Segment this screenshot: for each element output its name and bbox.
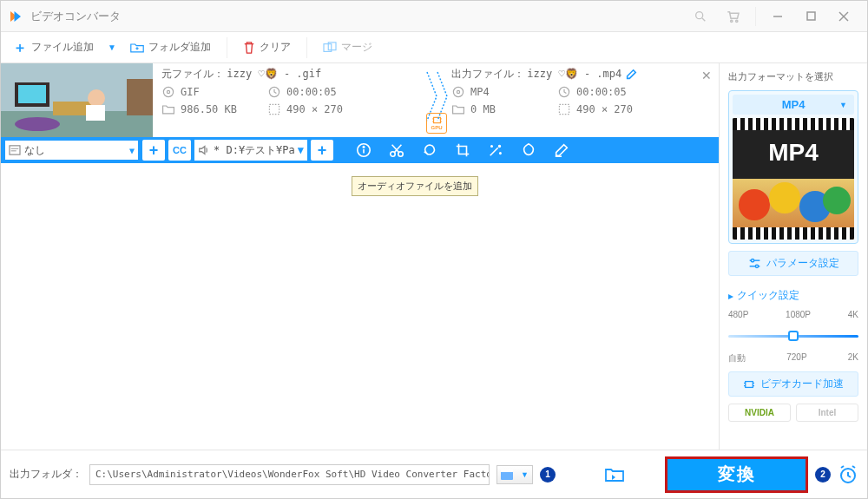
plus-icon: ＋ — [13, 41, 27, 55]
source-format: GIF — [181, 86, 200, 98]
output-column: 出力ファイル： izzy ♡🦁 - .mp4 MP4 00:00:05 0 MB… — [451, 67, 712, 135]
intel-badge: Intel — [796, 404, 858, 422]
edit-pen-icon[interactable] — [554, 142, 569, 158]
gpu-accel-button[interactable]: ビデオカード加速 — [728, 371, 858, 397]
svg-point-2 — [731, 20, 733, 22]
source-filename: izzy ♡🦁 - .gif — [227, 68, 321, 80]
output-size: 0 MB — [470, 103, 496, 115]
search-icon[interactable] — [684, 1, 717, 32]
format-card[interactable]: MP4 ▼ MP4 — [728, 90, 858, 244]
main-toolbar: ＋ ファイル追加 ▼ フォルダ追加 クリア マージ — [1, 32, 867, 63]
source-dimensions: 490 × 270 — [286, 103, 343, 115]
watermark-icon[interactable] — [521, 142, 536, 158]
nvidia-badge: NVIDIA — [728, 404, 791, 422]
crop-icon[interactable] — [455, 142, 470, 158]
gpu-accel-label: ビデオカード加速 — [760, 377, 844, 391]
close-button[interactable] — [827, 1, 860, 32]
parameter-settings-button[interactable]: パラメータ設定 — [728, 251, 858, 276]
svg-point-51 — [823, 187, 851, 214]
media-item: 元ファイル： izzy ♡🦁 - .gif GIF 00:00:05 986.5… — [1, 63, 719, 163]
cc-button[interactable]: CC — [168, 140, 191, 161]
output-duration: 00:00:05 — [576, 86, 627, 98]
edit-icon[interactable] — [625, 69, 637, 81]
sliders-icon — [748, 258, 761, 269]
remove-item-button[interactable]: ✕ — [701, 69, 712, 82]
add-audio-tooltip: オーディオファイルを追加 — [352, 176, 478, 196]
callout-2: 2 — [815, 467, 831, 483]
svg-point-18 — [88, 89, 105, 107]
convert-label: 変換 — [718, 463, 756, 486]
format-big-label: MP4 — [733, 139, 854, 167]
quick-set-heading: ▸クイック設定 — [728, 288, 858, 303]
svg-line-63 — [852, 466, 855, 468]
main-area: 元ファイル： izzy ♡🦁 - .gif GIF 00:00:05 986.5… — [1, 63, 867, 450]
svg-point-0 — [696, 11, 703, 18]
window-title: ビデオコンバータ — [30, 9, 121, 24]
chip-icon — [743, 379, 755, 390]
format-preview: MP4 — [733, 118, 854, 240]
thumbnail[interactable] — [1, 63, 153, 137]
svg-point-54 — [751, 259, 753, 262]
add-folder-button[interactable]: フォルダ追加 — [125, 36, 216, 58]
dimensions-icon — [267, 102, 281, 116]
svg-point-49 — [769, 182, 800, 213]
add-subtitle-button[interactable]: + — [142, 140, 165, 161]
merge-label: マージ — [341, 40, 372, 55]
audio-value: * D:¥テスト¥Pack — [214, 143, 294, 158]
add-audio-button[interactable]: + — [311, 140, 333, 161]
item-toolbar: なし ▼ + CC * D:¥テスト¥Pack ▼ + — [1, 137, 719, 163]
bottom-bar: 出力フォルダ： C:\Users\Administrator\Videos\Wo… — [1, 450, 867, 498]
quick-set-slider[interactable]: 480P1080P4K 自動720P2K — [728, 310, 858, 364]
output-format-title: 出力フォーマットを選択 — [728, 70, 858, 83]
add-file-chevron-icon[interactable]: ▼ — [104, 43, 120, 52]
output-folder-dropdown[interactable]: ▼ — [496, 465, 533, 484]
add-file-button[interactable]: ＋ ファイル追加 — [8, 36, 99, 58]
alarm-icon[interactable] — [838, 464, 858, 485]
svg-rect-33 — [559, 104, 569, 114]
clear-button[interactable]: クリア — [238, 36, 296, 58]
cart-icon[interactable] — [717, 1, 750, 32]
gpu-label: GPU — [431, 125, 442, 130]
svg-rect-19 — [86, 105, 105, 121]
folder-icon — [161, 102, 175, 116]
info-icon[interactable] — [356, 142, 372, 158]
slider-knob[interactable] — [788, 331, 799, 341]
svg-point-46 — [500, 153, 501, 154]
svg-rect-34 — [10, 146, 20, 154]
effects-icon[interactable] — [488, 142, 503, 158]
content-pane: 元ファイル： izzy ♡🦁 - .gif GIF 00:00:05 986.5… — [1, 63, 720, 450]
minimize-button[interactable] — [761, 1, 794, 32]
open-folder-icon[interactable] — [604, 466, 625, 483]
svg-rect-14 — [127, 79, 153, 115]
format-select[interactable]: MP4 ▼ — [733, 95, 854, 115]
edit-tool-strip — [342, 142, 583, 158]
maximize-button[interactable] — [794, 1, 827, 32]
svg-point-20 — [15, 117, 60, 131]
clock-icon — [267, 85, 281, 99]
add-folder-label: フォルダ追加 — [148, 40, 211, 55]
scale-bottom-labels: 自動720P2K — [728, 352, 858, 364]
output-folder-field[interactable]: C:\Users\Administrator\Videos\WonderFox … — [89, 464, 490, 485]
rotate-icon[interactable] — [422, 142, 437, 158]
svg-rect-24 — [269, 104, 279, 114]
disc-icon — [451, 85, 465, 99]
merge-button: マージ — [318, 36, 378, 58]
clock-icon — [557, 85, 571, 99]
svg-line-1 — [702, 18, 705, 21]
svg-point-31 — [457, 90, 459, 93]
conversion-divider: GPU — [422, 67, 451, 135]
output-filename: izzy ♡🦁 - .mp4 — [527, 68, 621, 80]
audio-select[interactable]: * D:¥テスト¥Pack ▼ — [194, 140, 307, 161]
disc-icon — [161, 85, 175, 99]
output-path: C:\Users\Administrator\Videos\WonderFox … — [95, 469, 490, 480]
vendor-row: NVIDIA Intel — [728, 404, 858, 422]
output-label: 出力ファイル： — [451, 68, 524, 80]
svg-point-55 — [755, 265, 758, 267]
convert-button[interactable]: 変換 — [665, 456, 808, 493]
svg-point-3 — [736, 20, 738, 22]
cut-icon[interactable] — [389, 142, 404, 158]
clear-label: クリア — [260, 40, 291, 55]
format-value: MP4 — [782, 98, 806, 111]
subtitle-select[interactable]: なし ▼ — [4, 140, 139, 161]
add-file-label: ファイル追加 — [31, 40, 94, 55]
